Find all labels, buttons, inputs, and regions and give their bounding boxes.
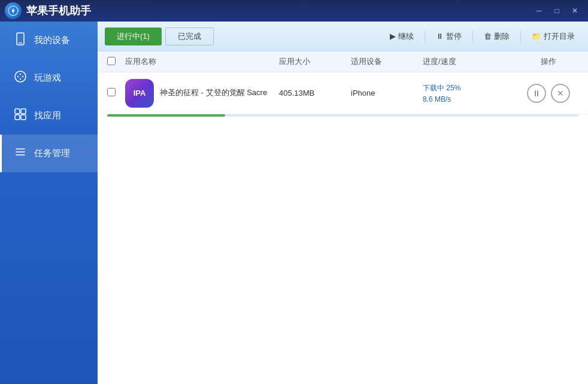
row-cancel-icon: ✕	[557, 89, 564, 98]
sidebar-item-label: 玩游戏	[34, 72, 61, 84]
progress-speed: 8.6 MB/s	[423, 95, 519, 103]
svg-point-8	[20, 78, 21, 80]
sidebar-item-games[interactable]: 玩游戏	[0, 59, 98, 97]
sidebar-item-my-device[interactable]: 我的设备	[0, 22, 98, 59]
delete-icon: 🗑	[484, 32, 492, 41]
app-size: 405.13MB	[279, 89, 351, 97]
sidebar-item-label: 找应用	[34, 110, 61, 121]
minimize-button[interactable]: ─	[531, 4, 547, 17]
app-window: 苹果手机助手 ─ □ ✕ 我的设备	[0, 0, 588, 384]
header-check	[107, 57, 125, 67]
header-size: 应用大小	[279, 56, 351, 67]
app-name-cell: IPA 神圣的征程 - 艾登的觉醒 Sacre	[125, 79, 279, 108]
divider-2	[472, 31, 473, 42]
select-all-checkbox[interactable]	[107, 57, 116, 65]
progress-text: 下载中 25%	[423, 83, 519, 93]
device-icon	[14, 32, 27, 48]
continue-label: 继续	[398, 31, 414, 42]
folder-icon: 📁	[532, 32, 541, 41]
svg-point-5	[17, 76, 19, 77]
row-check	[107, 88, 125, 98]
table-row: IPA 神圣的征程 - 艾登的觉醒 Sacre 405.13MB iPhone …	[98, 72, 588, 121]
continue-icon: ▶	[390, 32, 396, 41]
pause-label: 暂停	[446, 31, 462, 42]
svg-rect-11	[15, 115, 20, 120]
svg-point-4	[15, 71, 26, 82]
pause-button[interactable]: ⏸ 暂停	[430, 29, 468, 44]
open-dir-button[interactable]: 📁 打开目录	[526, 29, 581, 44]
svg-rect-10	[21, 109, 26, 114]
row-cancel-button[interactable]: ✕	[551, 84, 570, 103]
table-header: 应用名称 应用大小 适用设备 进度/速度 操作	[98, 51, 588, 72]
app-logo	[5, 2, 22, 19]
app-title: 苹果手机助手	[26, 4, 91, 18]
table-body: IPA 神圣的征程 - 艾登的觉醒 Sacre 405.13MB iPhone …	[98, 72, 588, 384]
svg-point-6	[22, 76, 23, 77]
open-dir-label: 打开目录	[544, 31, 575, 42]
app-name: 神圣的征程 - 艾登的觉醒 Sacre	[160, 87, 267, 98]
app-device: iPhone	[351, 89, 423, 97]
row-checkbox[interactable]	[107, 88, 116, 96]
sidebar-item-label: 我的设备	[34, 35, 70, 46]
maximize-button[interactable]: □	[548, 4, 565, 17]
progress-bar-track	[107, 114, 578, 117]
progress-cell: 下载中 25% 8.6 MB/s	[423, 83, 519, 103]
delete-label: 删除	[494, 31, 510, 42]
title-bar: 苹果手机助手 ─ □ ✕	[0, 0, 588, 22]
svg-rect-3	[19, 42, 22, 44]
window-controls: ─ □ ✕	[531, 4, 583, 17]
sidebar-item-label: 任务管理	[34, 148, 70, 159]
sidebar-item-find-apps[interactable]: 找应用	[0, 97, 98, 135]
sidebar-item-task-mgr[interactable]: 任务管理	[0, 135, 98, 172]
action-cell: ⏸ ✕	[519, 84, 578, 103]
row-pause-button[interactable]: ⏸	[527, 84, 546, 103]
app-icon-text: IPA	[134, 89, 146, 97]
continue-button[interactable]: ▶ 继续	[384, 29, 420, 44]
tab-completed[interactable]: 已完成	[165, 28, 214, 45]
table-row-content: IPA 神圣的征程 - 艾登的觉醒 Sacre 405.13MB iPhone …	[98, 72, 588, 114]
svg-rect-9	[15, 109, 20, 114]
apps-icon	[14, 108, 27, 124]
title-bar-left: 苹果手机助手	[5, 2, 91, 19]
divider-3	[520, 31, 521, 42]
delete-button[interactable]: 🗑 删除	[478, 29, 516, 44]
close-button[interactable]: ✕	[566, 4, 583, 17]
progress-bar-container	[98, 114, 588, 121]
header-name: 应用名称	[125, 56, 279, 67]
app-icon: IPA	[125, 79, 154, 108]
svg-point-7	[20, 74, 21, 75]
header-progress: 进度/速度	[423, 56, 519, 67]
games-icon	[14, 70, 27, 86]
task-icon	[14, 145, 27, 161]
divider-1	[425, 31, 425, 42]
content-area: 进行中(1) 已完成 ▶ 继续 ⏸ 暂停 🗑 删除	[98, 22, 588, 384]
svg-point-1	[12, 10, 14, 12]
tab-in-progress[interactable]: 进行中(1)	[105, 28, 162, 45]
progress-bar-fill	[107, 114, 225, 117]
main-layout: 我的设备 玩游戏	[0, 22, 588, 384]
sidebar: 我的设备 玩游戏	[0, 22, 98, 384]
header-action: 操作	[519, 56, 578, 67]
svg-rect-12	[21, 115, 26, 120]
header-device: 适用设备	[351, 56, 423, 67]
row-pause-icon: ⏸	[532, 89, 541, 98]
toolbar: 进行中(1) 已完成 ▶ 继续 ⏸ 暂停 🗑 删除	[98, 22, 588, 51]
pause-icon: ⏸	[436, 32, 444, 41]
